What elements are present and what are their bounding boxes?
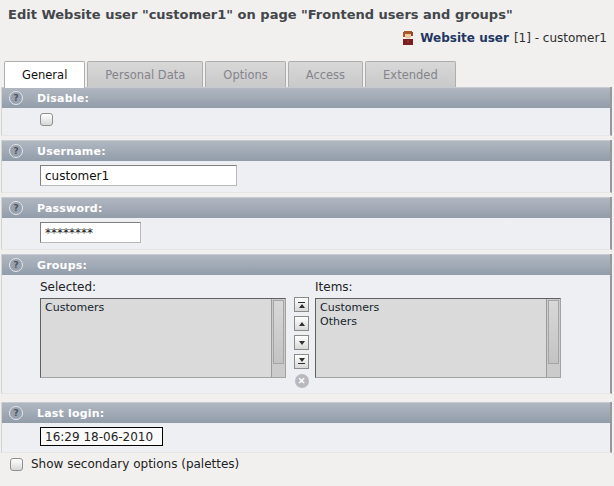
username-input[interactable] [40,165,237,186]
move-down-button[interactable] [294,335,309,350]
help-icon[interactable]: ? [9,406,23,420]
tab-access[interactable]: Access [288,61,363,87]
selected-column-label: Selected: [40,280,96,294]
list-control-buttons: ✕ [294,297,309,388]
form-sections: ? Disable: ? Username: ? Password: ? Gro… [0,87,614,457]
scrollbar-thumb[interactable] [273,300,284,364]
record-type-label[interactable]: Website user [420,31,509,45]
move-to-top-button[interactable] [294,297,309,312]
username-field-body [2,161,610,192]
section-last-login-header: ? Last login: [2,402,610,423]
scrollbar[interactable] [271,299,285,377]
help-icon[interactable]: ? [9,144,23,158]
groups-field-label: Groups: [37,259,87,272]
help-icon[interactable]: ? [9,201,23,215]
last-login-field-label: Last login: [37,407,104,420]
help-icon[interactable]: ? [9,91,23,105]
section-disable: ? Disable: [1,87,612,136]
tab-general[interactable]: General [4,61,85,88]
section-groups: ? Groups: Selected: Items: Customers [1,254,612,394]
list-item[interactable]: Others [320,315,542,329]
section-last-login: ? Last login: [1,402,612,453]
page-title: Edit Website user "customer1" on page "F… [0,0,614,22]
list-item[interactable]: Customers [45,301,267,315]
move-to-bottom-icon [298,363,305,364]
record-id-title: [1] - customer1 [514,31,607,45]
tab-extended[interactable]: Extended [365,61,456,87]
groups-field-body: Selected: Items: Customers [2,275,610,393]
last-login-input[interactable] [40,427,163,446]
remove-item-button[interactable]: ✕ [295,374,309,388]
scrollbar-thumb[interactable] [548,300,559,364]
show-secondary-options-checkbox[interactable] [10,458,23,471]
website-user-icon[interactable] [401,31,415,45]
items-column-label: Items: [315,280,353,294]
help-icon[interactable]: ? [9,258,23,272]
section-disable-header: ? Disable: [2,87,610,108]
disable-field-body [2,108,610,135]
tab-personal-data[interactable]: Personal Data [87,61,203,87]
move-to-bottom-button[interactable] [294,354,309,369]
record-header: Website user [1] - customer1 [401,31,607,45]
show-secondary-options-label: Show secondary options (palettes) [31,457,239,471]
move-up-button[interactable] [294,316,309,331]
section-username: ? Username: [1,140,612,193]
move-up-icon [299,322,305,326]
section-password: ? Password: [1,197,612,250]
move-down-icon [299,341,305,345]
scrollbar[interactable] [546,299,560,377]
list-item[interactable]: Customers [320,301,542,315]
username-field-label: Username: [37,145,106,158]
password-field-body [2,218,610,249]
tab-options[interactable]: Options [205,61,285,87]
selected-listbox[interactable]: Customers [40,298,286,378]
disable-checkbox[interactable] [40,113,53,126]
section-groups-header: ? Groups: [2,254,610,275]
password-field-label: Password: [37,202,103,215]
secondary-options-row: Show secondary options (palettes) [10,457,239,471]
items-listbox[interactable]: Customers Others [315,298,561,378]
last-login-field-body [2,423,610,452]
password-input[interactable] [40,222,141,243]
tab-bar: General Personal Data Options Access Ext… [4,61,458,88]
section-password-header: ? Password: [2,197,610,218]
section-username-header: ? Username: [2,140,610,161]
move-to-top-icon [298,302,305,303]
disable-field-label: Disable: [37,92,89,105]
remove-icon: ✕ [298,375,306,388]
